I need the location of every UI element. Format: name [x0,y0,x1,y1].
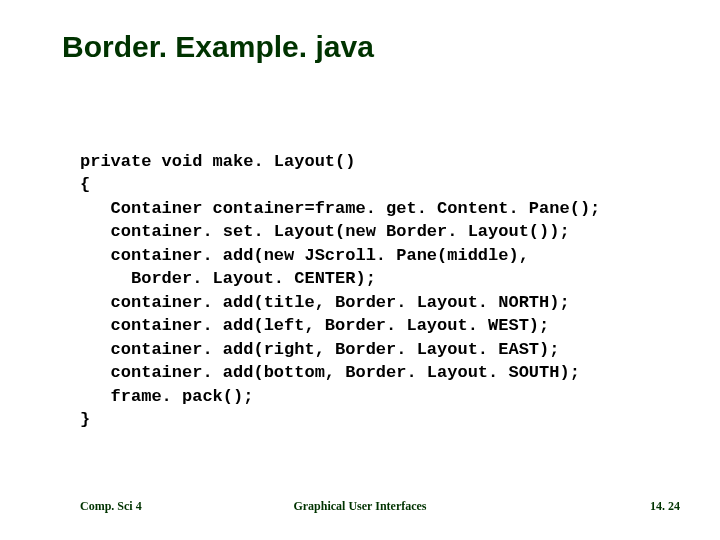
code-block: private void make. Layout() { Container … [80,150,600,431]
footer-center: Graphical User Interfaces [293,499,426,514]
slide-title: Border. Example. java [62,30,374,64]
footer-left: Comp. Sci 4 [80,499,142,514]
footer-right: 14. 24 [650,499,680,514]
